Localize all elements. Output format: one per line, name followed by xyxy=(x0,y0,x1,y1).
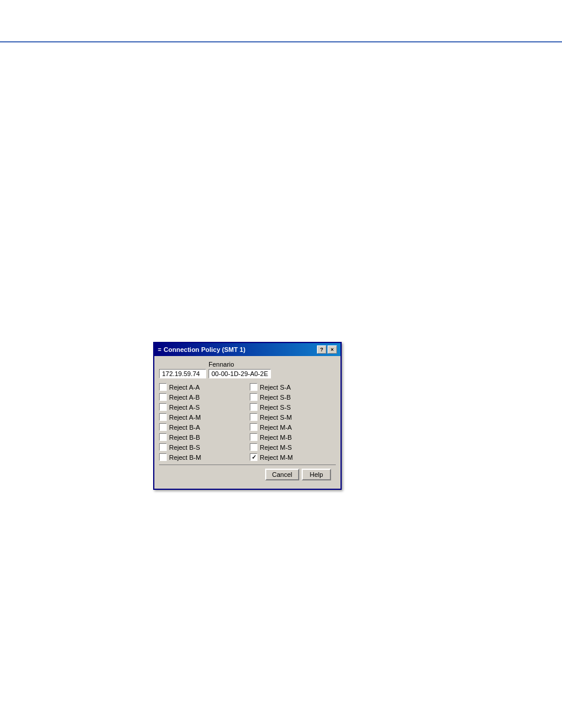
close-title-button[interactable]: × xyxy=(328,345,337,354)
checkbox-item-right-4: Reject M-A xyxy=(250,423,336,431)
dialog-controls: ? × xyxy=(317,345,337,354)
checkbox-left-6[interactable] xyxy=(159,443,167,451)
checkbox-item-left-7: Reject B-M xyxy=(159,453,245,461)
checkbox-right-0[interactable] xyxy=(250,383,257,391)
checkbox-item-left-1: Reject A-B xyxy=(159,393,245,401)
checkbox-label-right-6: Reject M-S xyxy=(260,444,292,451)
checkbox-item-right-2: Reject S-S xyxy=(250,403,336,411)
checkbox-right-6[interactable] xyxy=(250,443,257,451)
checkbox-item-left-2: Reject A-S xyxy=(159,403,245,411)
checkbox-left-2[interactable] xyxy=(159,403,167,411)
checkbox-label-right-4: Reject M-A xyxy=(260,424,292,431)
checkbox-left-4[interactable] xyxy=(159,423,167,431)
checkbox-label-right-3: Reject S-M xyxy=(260,414,292,421)
field-header-label: Fennario xyxy=(206,361,234,368)
checkbox-label-left-6: Reject B-S xyxy=(169,444,200,451)
checkbox-label-right-5: Reject M-B xyxy=(260,434,292,441)
checkbox-left-7[interactable] xyxy=(159,453,167,461)
checkbox-item-left-5: Reject B-B xyxy=(159,433,245,441)
checkbox-item-left-0: Reject A-A xyxy=(159,383,245,391)
checkbox-label-right-0: Reject S-A xyxy=(260,384,291,391)
header-fields: Fennario xyxy=(159,361,336,368)
checkbox-label-left-0: Reject A-A xyxy=(169,384,200,391)
dialog-title-text: Connection Policy (SMT 1) xyxy=(164,346,246,353)
checkbox-column-right: Reject S-AReject S-BReject S-SReject S-M… xyxy=(250,383,336,461)
checkbox-item-right-7: Reject M-M xyxy=(250,453,336,461)
cancel-button[interactable]: Cancel xyxy=(265,469,299,480)
checkbox-item-left-6: Reject B-S xyxy=(159,443,245,451)
checkbox-label-right-2: Reject S-S xyxy=(260,404,291,411)
checkbox-left-0[interactable] xyxy=(159,383,167,391)
dialog-overlay: = Connection Policy (SMT 1) ? × Fennario… xyxy=(153,342,342,490)
checkbox-left-5[interactable] xyxy=(159,433,167,441)
dialog-titlebar: = Connection Policy (SMT 1) ? × xyxy=(154,343,340,356)
checkbox-left-1[interactable] xyxy=(159,393,167,401)
checkbox-right-4[interactable] xyxy=(250,423,257,431)
checkbox-item-left-3: Reject A-M xyxy=(159,413,245,421)
checkbox-right-7[interactable] xyxy=(250,453,257,461)
data-row: 172.19.59.74 00-00-1D-29-A0-2E xyxy=(159,369,336,378)
dialog-system-icon: = xyxy=(158,347,161,353)
ip-address-field: 172.19.59.74 xyxy=(159,369,206,378)
checkbox-item-right-0: Reject S-A xyxy=(250,383,336,391)
checkbox-label-left-3: Reject A-M xyxy=(169,414,201,421)
checkbox-right-1[interactable] xyxy=(250,393,257,401)
help-title-button[interactable]: ? xyxy=(317,345,326,354)
checkbox-right-5[interactable] xyxy=(250,433,257,441)
checkbox-label-left-7: Reject B-M xyxy=(169,454,201,461)
checkbox-label-left-4: Reject B-A xyxy=(169,424,200,431)
dialog-footer: Cancel Help xyxy=(159,465,336,484)
checkbox-item-right-5: Reject M-B xyxy=(250,433,336,441)
checkbox-label-left-5: Reject B-B xyxy=(169,434,200,441)
checkbox-right-3[interactable] xyxy=(250,413,257,421)
checkbox-label-left-2: Reject A-S xyxy=(169,404,200,411)
checkbox-column-left: Reject A-AReject A-BReject A-SReject A-M… xyxy=(159,383,245,461)
checkbox-label-left-1: Reject A-B xyxy=(169,394,200,401)
connection-policy-dialog: = Connection Policy (SMT 1) ? × Fennario… xyxy=(153,342,342,490)
dialog-body: Fennario 172.19.59.74 00-00-1D-29-A0-2E … xyxy=(154,356,340,489)
help-button[interactable]: Help xyxy=(302,469,331,480)
checkbox-label-right-1: Reject S-B xyxy=(260,394,291,401)
checkbox-item-left-4: Reject B-A xyxy=(159,423,245,431)
top-border xyxy=(0,41,562,42)
checkboxes-section: Reject A-AReject A-BReject A-SReject A-M… xyxy=(159,383,336,461)
checkbox-right-2[interactable] xyxy=(250,403,257,411)
spacer xyxy=(159,361,206,368)
checkbox-item-right-6: Reject M-S xyxy=(250,443,336,451)
checkbox-item-right-3: Reject S-M xyxy=(250,413,336,421)
checkbox-label-right-7: Reject M-M xyxy=(260,454,293,461)
dialog-title-left: = Connection Policy (SMT 1) xyxy=(158,346,246,353)
mac-address-field: 00-00-1D-29-A0-2E xyxy=(209,369,271,378)
checkbox-item-right-1: Reject S-B xyxy=(250,393,336,401)
checkbox-left-3[interactable] xyxy=(159,413,167,421)
